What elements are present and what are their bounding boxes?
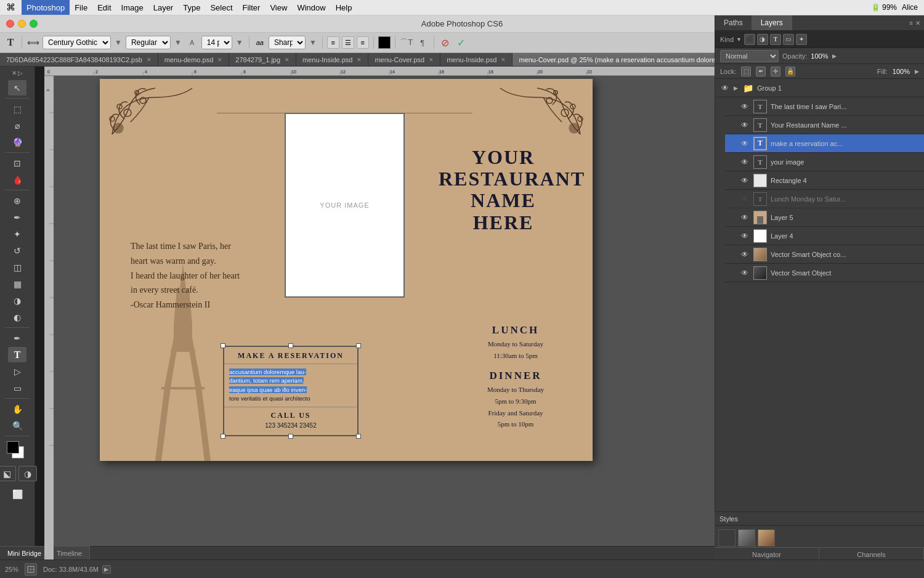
close-window-button[interactable] [6,20,14,28]
align-right-button[interactable]: ≡ [357,36,369,49]
tab-close-3[interactable]: ✕ [357,57,362,63]
shape-tool[interactable]: ▭ [8,380,26,396]
layer-eye-lunch[interactable]: 👁 [740,194,750,204]
timeline-tab[interactable]: Timeline [49,546,90,560]
filter-smart-icon[interactable]: ✦ [796,34,807,45]
font-size-select[interactable]: 14 pt [201,36,232,49]
mini-bridge-tab[interactable]: Mini Bridge [0,546,49,560]
doc-info-expand[interactable]: ▶ [102,565,111,574]
brush-tool[interactable]: ✒ [8,210,26,225]
clone-stamp-tool[interactable]: ✦ [8,226,26,242]
channels-tab[interactable]: Channels [819,548,924,561]
tab-0[interactable]: 7D6DA6854223C888F3A8438408193C2.psb✕ [0,53,158,67]
filter-adjust-icon[interactable]: ◑ [757,34,768,45]
warp-text-icon[interactable]: ⌒T [400,36,413,49]
screen-mode-icon[interactable]: ⬜ [8,486,26,502]
layer-item-restaurant-text[interactable]: 👁 T Your Restaurant Name ... [725,116,924,134]
tab-close-1[interactable]: ✕ [217,57,222,63]
hand-tool[interactable]: ✋ [8,401,26,417]
minimize-window-button[interactable] [18,20,26,28]
lasso-tool[interactable]: ⌀ [8,118,26,133]
style-preset-2[interactable] [758,529,775,547]
tab-2[interactable]: 2784279_1.jpg✕ [229,53,296,67]
tab-close-5[interactable]: ✕ [501,57,506,63]
lock-brush-icon[interactable]: ✒ [756,67,766,76]
menu-item-help[interactable]: Help [331,0,357,15]
lock-all-icon[interactable]: 🔒 [785,67,795,76]
tab-close-2[interactable]: ✕ [285,57,290,63]
layer-item-rectangle4[interactable]: 👁 Rectangle 4 [725,171,924,190]
layers-panel-close[interactable]: ✕ [915,20,920,26]
sharpness-select[interactable]: Sharp [269,36,306,49]
eyedropper-tool[interactable]: 🩸 [8,172,26,187]
menu-item-image[interactable]: Image [116,0,148,15]
layer-eye-restaurant[interactable]: 👁 [740,120,750,130]
text-tool-type[interactable]: T [4,36,17,49]
layer-item-reservation-text[interactable]: 👁 T make a reservation ac... [725,134,924,153]
filter-pixel-icon[interactable]: ⬛ [744,34,755,45]
layer-eye-vector1[interactable]: 👁 [740,250,750,259]
fill-increment[interactable]: ▶ [915,68,919,75]
panel-close-icon[interactable]: ✕ [12,70,17,76]
quick-select-tool[interactable]: 🔮 [8,134,26,150]
layer-item-group1[interactable]: 👁 ▶ 📁 Group 1 [715,79,924,97]
change-screen-mode[interactable]: ⬜ [8,486,26,502]
dodge-tool[interactable]: ◐ [8,309,26,325]
menu-item-window[interactable]: Window [292,0,330,15]
navigator-tab[interactable]: Navigator [715,548,819,561]
align-left-button[interactable]: ≡ [327,36,339,49]
style-none[interactable] [718,529,736,547]
layer-eye-paris[interactable]: 👁 [740,102,750,112]
marquee-tool[interactable]: ⬚ [8,101,26,116]
navigator-icon[interactable] [25,563,37,576]
text-tool[interactable]: T [8,347,26,362]
layer-eye-your-image[interactable]: 👁 [740,157,750,167]
layer-item-vector-smart-1[interactable]: 👁 Vector Smart Object co... [725,245,924,264]
opacity-increment[interactable]: ▶ [832,53,837,59]
tab-1[interactable]: menu-demo.psd✕ [158,53,230,67]
menu-item-select[interactable]: Select [205,0,237,15]
layers-panel-menu[interactable]: ≡ [909,20,913,26]
filter-shape-icon[interactable]: ▭ [783,34,794,45]
paths-tab[interactable]: Paths [715,15,752,30]
canvas-area[interactable]: 0 2 4 6 8 10 12 14 16 18 20 [44,67,715,560]
quickmask-mode-icon[interactable]: ◑ [18,466,37,481]
move-tool[interactable]: ↖ [8,80,26,96]
panel-expand-icon[interactable]: ▷ [18,70,23,76]
tab-close-0[interactable]: ✕ [147,57,152,63]
style-preset-1[interactable] [738,529,755,547]
layer-eye-group1[interactable]: 👁 [720,83,730,93]
lock-transparency-icon[interactable]: ⬚ [741,67,751,76]
menu-item-file[interactable]: File [70,0,92,15]
tab-3[interactable]: menu-Inside.psd✕ [296,53,368,67]
layer-item-layer4[interactable]: 👁 Layer 4 [725,227,924,245]
layers-tab[interactable]: Layers [752,15,792,30]
text-color-swatch[interactable] [378,36,391,49]
commit-edits-icon[interactable]: ✓ [455,36,468,49]
character-panel-icon[interactable]: ¶ [416,36,429,49]
foreground-color-swatch[interactable] [7,441,19,454]
lock-position-icon[interactable]: ✛ [771,67,780,76]
tab-close-4[interactable]: ✕ [429,57,434,63]
standard-mode-icon[interactable]: ⬕ [0,466,16,481]
layer-item-layer5[interactable]: 👁 Layer 5 [725,208,924,227]
pen-tool[interactable]: ✒ [8,330,26,346]
layer-eye-reservation[interactable]: 👁 [740,139,750,149]
layer-eye-rect4[interactable]: 👁 [740,176,750,185]
tab-4[interactable]: menu-Cover.psd✕ [368,53,440,67]
crop-tool[interactable]: ⊡ [8,155,26,171]
zoom-tool[interactable]: 🔍 [8,418,26,433]
layer-item-lunch-text[interactable]: 👁 T Lunch Monday to Satur... [725,190,924,208]
kind-dropdown-icon[interactable]: ▼ [736,36,742,43]
cancel-edits-icon[interactable]: ⊘ [439,36,452,49]
color-swatches[interactable] [7,441,28,460]
align-center-button[interactable]: ☰ [342,36,354,49]
layer-item-your-image[interactable]: 👁 T your image [725,153,924,171]
layer-eye-layer5[interactable]: 👁 [740,213,750,222]
path-select-tool[interactable]: ▷ [8,364,26,379]
eraser-tool[interactable]: ◫ [8,259,26,275]
menu-item-filter[interactable]: Filter [238,0,265,15]
layer-eye-vector2[interactable]: 👁 [740,268,750,278]
history-brush-tool[interactable]: ↺ [8,243,26,258]
font-style-select[interactable]: Regular [126,36,171,49]
